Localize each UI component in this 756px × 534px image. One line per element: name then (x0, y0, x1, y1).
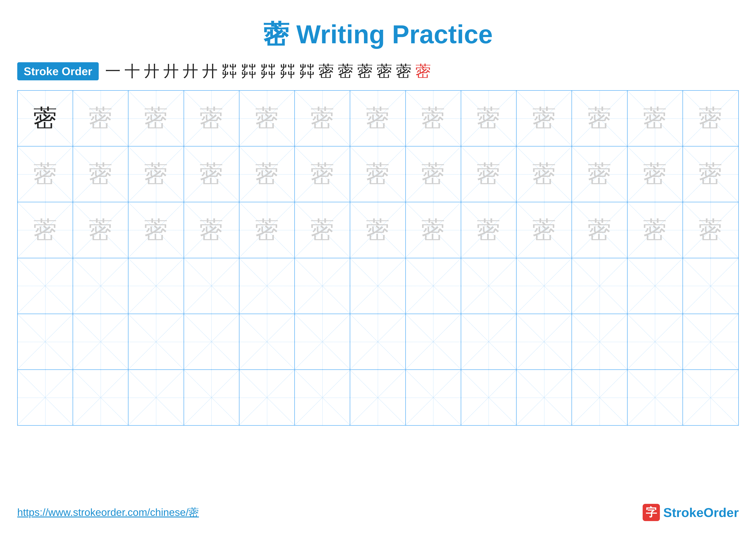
table-row[interactable]: 蔤 (683, 146, 738, 202)
table-row[interactable]: 蔤 (517, 202, 572, 258)
table-row[interactable]: 蔤 (406, 91, 461, 146)
table-row[interactable] (461, 258, 517, 314)
practice-row-3: 蔤 蔤 蔤 蔤 蔤 蔤 蔤 蔤 蔤 蔤 蔤 蔤 蔤 (18, 202, 738, 258)
table-row[interactable] (239, 258, 295, 314)
table-row[interactable] (406, 314, 461, 369)
table-row[interactable] (517, 258, 572, 314)
table-row[interactable]: 蔤 (128, 146, 184, 202)
table-row[interactable]: 蔤 (683, 91, 738, 146)
table-row[interactable]: 蔤 (18, 91, 73, 146)
table-row[interactable] (239, 370, 295, 425)
table-row[interactable]: 蔤 (572, 146, 627, 202)
table-row[interactable]: 蔤 (572, 91, 627, 146)
table-row[interactable]: 蔤 (461, 202, 517, 258)
table-row[interactable] (350, 314, 406, 369)
table-row[interactable] (572, 370, 627, 425)
table-row[interactable] (572, 314, 627, 369)
table-row[interactable]: 蔤 (461, 91, 517, 146)
table-row[interactable] (517, 314, 572, 369)
table-row[interactable] (628, 314, 683, 369)
table-row[interactable] (18, 314, 73, 369)
stroke-sequence: 一 十 廾 廾 廾 廾 茻 茻 茻 茻 茻 蔤 蔤 蔤 蔤 蔤 蔤 (105, 61, 431, 82)
table-row[interactable]: 蔤 (128, 202, 184, 258)
table-row[interactable]: 蔤 (73, 202, 128, 258)
table-row[interactable] (184, 370, 239, 425)
table-row[interactable] (683, 314, 738, 369)
practice-row-4 (18, 258, 738, 314)
footer-url[interactable]: https://www.strokeorder.com/chinese/蔤 (17, 506, 199, 519)
table-row[interactable] (628, 370, 683, 425)
table-row[interactable] (406, 370, 461, 425)
table-row[interactable] (239, 314, 295, 369)
table-row[interactable]: 蔤 (628, 91, 683, 146)
table-row[interactable]: 蔤 (184, 202, 239, 258)
table-row[interactable] (18, 370, 73, 425)
practice-row-5 (18, 314, 738, 370)
footer-logo: 字 StrokeOrder (643, 504, 739, 521)
table-row[interactable]: 蔤 (572, 202, 627, 258)
logo-icon: 字 (643, 504, 660, 521)
logo-text-span: StrokeOrder (663, 505, 739, 520)
table-row[interactable] (406, 258, 461, 314)
table-row[interactable]: 蔤 (461, 146, 517, 202)
table-row[interactable] (128, 258, 184, 314)
table-row[interactable] (295, 258, 350, 314)
table-row[interactable]: 蔤 (239, 202, 295, 258)
stroke-16: 蔤 (396, 61, 412, 82)
table-row[interactable]: 蔤 (406, 202, 461, 258)
table-row[interactable]: 蔤 (295, 91, 350, 146)
table-row[interactable] (683, 370, 738, 425)
stroke-10: 茻 (280, 61, 295, 82)
table-row[interactable]: 蔤 (350, 202, 406, 258)
table-row[interactable] (295, 370, 350, 425)
stroke-13: 蔤 (338, 61, 353, 82)
table-row[interactable] (128, 370, 184, 425)
logo-char: 字 (646, 505, 657, 520)
stroke-7: 茻 (222, 61, 237, 82)
table-row[interactable] (461, 314, 517, 369)
table-row[interactable]: 蔤 (295, 146, 350, 202)
stroke-5: 廾 (183, 61, 198, 82)
table-row[interactable] (628, 258, 683, 314)
table-row[interactable]: 蔤 (73, 91, 128, 146)
table-row[interactable]: 蔤 (73, 146, 128, 202)
table-row[interactable]: 蔤 (517, 91, 572, 146)
table-row[interactable] (73, 258, 128, 314)
table-row[interactable]: 蔤 (239, 91, 295, 146)
stroke-14: 蔤 (357, 61, 373, 82)
table-row[interactable] (572, 258, 627, 314)
table-row[interactable] (517, 370, 572, 425)
table-row[interactable] (73, 314, 128, 369)
table-row[interactable] (18, 258, 73, 314)
table-row[interactable]: 蔤 (350, 91, 406, 146)
table-row[interactable]: 蔤 (350, 146, 406, 202)
stroke-6: 廾 (202, 61, 218, 82)
table-row[interactable] (184, 314, 239, 369)
table-row[interactable] (350, 258, 406, 314)
table-row[interactable]: 蔤 (18, 202, 73, 258)
table-row[interactable]: 蔤 (18, 146, 73, 202)
table-row[interactable] (683, 258, 738, 314)
table-row[interactable]: 蔤 (184, 91, 239, 146)
stroke-order-badge: Stroke Order (17, 62, 99, 80)
table-row[interactable]: 蔤 (406, 146, 461, 202)
table-row[interactable] (461, 370, 517, 425)
main-char: 蔤 (263, 20, 289, 49)
table-row[interactable] (295, 314, 350, 369)
table-row[interactable]: 蔤 (628, 202, 683, 258)
table-row[interactable]: 蔤 (683, 202, 738, 258)
table-row[interactable] (184, 258, 239, 314)
stroke-3: 廾 (144, 61, 159, 82)
table-row[interactable] (128, 314, 184, 369)
stroke-17: 蔤 (416, 61, 431, 82)
table-row[interactable]: 蔤 (295, 202, 350, 258)
stroke-15: 蔤 (377, 61, 392, 82)
table-row[interactable]: 蔤 (517, 146, 572, 202)
stroke-11: 茻 (299, 61, 315, 82)
table-row[interactable]: 蔤 (184, 146, 239, 202)
table-row[interactable] (73, 370, 128, 425)
table-row[interactable]: 蔤 (239, 146, 295, 202)
table-row[interactable]: 蔤 (628, 146, 683, 202)
table-row[interactable] (350, 370, 406, 425)
table-row[interactable]: 蔤 (128, 91, 184, 146)
